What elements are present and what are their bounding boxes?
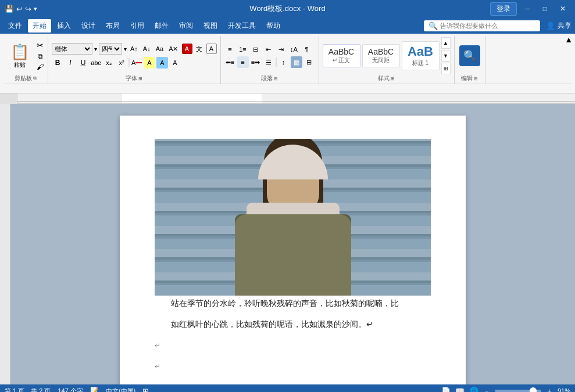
- view-web-icon[interactable]: 🌐: [469, 387, 478, 393]
- zoom-slider[interactable]: [495, 390, 541, 392]
- zoom-level[interactable]: 91%: [558, 387, 570, 392]
- language-indicator[interactable]: 中文(中国): [106, 387, 135, 393]
- search-input[interactable]: [440, 22, 533, 29]
- zoom-in-icon[interactable]: ＋: [546, 386, 553, 393]
- increase-font-button[interactable]: A↑: [128, 44, 140, 54]
- view-normal-icon[interactable]: 📄: [441, 387, 451, 393]
- editing-expand-icon[interactable]: ⊞: [474, 76, 478, 81]
- clear-format-button[interactable]: A✕: [167, 44, 180, 54]
- menu-insert[interactable]: 插入: [52, 19, 76, 33]
- proofread-icon[interactable]: 📝: [90, 387, 99, 392]
- font-more-button[interactable]: A: [169, 57, 181, 69]
- style-heading1-button[interactable]: AaB 标题 1: [402, 41, 440, 70]
- document-scroll-area[interactable]: Diivoo: [10, 104, 575, 384]
- increase-indent-button[interactable]: ⇥: [276, 44, 287, 55]
- format-more-button[interactable]: A: [182, 44, 192, 54]
- copy-button[interactable]: ⧉: [35, 52, 45, 61]
- vertical-ruler: [0, 104, 10, 384]
- border-char-button[interactable]: A: [206, 44, 217, 54]
- align-center-button[interactable]: ≡: [237, 56, 249, 68]
- para-shading-button[interactable]: ▩: [291, 56, 302, 68]
- borders-button[interactable]: ⊞: [303, 56, 315, 68]
- font-color-button[interactable]: A: [131, 57, 142, 69]
- paste-button[interactable]: 📋 粘贴: [6, 39, 34, 72]
- menu-devtools[interactable]: 开发工具: [223, 19, 260, 33]
- justify-button[interactable]: ☰: [263, 56, 274, 68]
- save-icon[interactable]: 💾: [5, 5, 14, 13]
- pinyin-button[interactable]: 文: [194, 44, 205, 54]
- clipboard-expand-icon[interactable]: ⧉: [33, 75, 37, 81]
- paragraph-section-label[interactable]: 段落 ⊞: [261, 74, 278, 82]
- decrease-indent-button[interactable]: ⇤: [263, 44, 274, 55]
- align-right-button[interactable]: ≡➡: [250, 56, 262, 68]
- window-title: Word模板.docx - Word: [249, 3, 325, 14]
- bullets-button[interactable]: ≡: [224, 44, 236, 55]
- numbering-button[interactable]: 1≡: [237, 44, 249, 55]
- underline-button[interactable]: U: [77, 57, 89, 69]
- bold-button[interactable]: B: [52, 57, 63, 69]
- superscript-button[interactable]: x²: [116, 57, 127, 69]
- clipboard-label[interactable]: 剪贴板 ⧉: [15, 74, 37, 82]
- strikethrough-button[interactable]: abc: [90, 57, 102, 69]
- restore-button[interactable]: □: [538, 3, 552, 14]
- title-right-controls: 登录 ─ □ ✕: [490, 2, 570, 16]
- undo-icon[interactable]: ↩: [16, 5, 23, 13]
- layout-icon[interactable]: ⊞: [142, 387, 149, 393]
- pilcrow-button[interactable]: ¶: [301, 44, 313, 55]
- para-expand-icon[interactable]: ⊞: [274, 76, 278, 81]
- close-button[interactable]: ✕: [555, 3, 570, 14]
- font-family-select[interactable]: 楷体: [52, 43, 92, 55]
- change-case-button[interactable]: Aa: [154, 44, 165, 54]
- font-label-text: 字体: [126, 74, 137, 82]
- font-size-expand[interactable]: ▾: [124, 46, 127, 52]
- menu-view[interactable]: 视图: [199, 19, 222, 33]
- menu-home[interactable]: 开始: [28, 19, 51, 33]
- quick-access-icon[interactable]: ▾: [34, 5, 37, 13]
- style-heading1-preview: AaB: [408, 44, 433, 59]
- menu-review[interactable]: 审阅: [174, 19, 198, 33]
- login-button[interactable]: 登录: [490, 2, 517, 16]
- subscript-button[interactable]: x₂: [103, 57, 115, 69]
- styles-scroll-up[interactable]: ▲: [441, 37, 451, 49]
- shading-button[interactable]: A: [156, 57, 168, 69]
- cut-button[interactable]: ✂: [35, 40, 45, 51]
- menu-help[interactable]: 帮助: [262, 19, 285, 33]
- text-highlight-button[interactable]: A: [144, 57, 155, 69]
- text-enter-1: ↵: [155, 337, 431, 354]
- align-left-button[interactable]: ⬅≡: [224, 56, 236, 68]
- zoom-thumb[interactable]: [530, 387, 537, 392]
- menu-design[interactable]: 设计: [77, 19, 100, 33]
- editing-section-label[interactable]: 编辑 ⊞: [461, 74, 478, 82]
- menu-layout[interactable]: 布局: [101, 19, 124, 33]
- font-family-expand[interactable]: ▾: [94, 46, 97, 52]
- zoom-out-icon[interactable]: －: [483, 386, 490, 393]
- styles-section-label[interactable]: 样式 ⊞: [378, 74, 395, 82]
- document-image[interactable]: [155, 139, 431, 296]
- style-normal-button[interactable]: AaBbC ↵ 正文: [323, 44, 360, 67]
- font-section-label[interactable]: 字体 ⊞: [126, 74, 142, 82]
- view-read-icon[interactable]: 📖: [455, 387, 465, 393]
- styles-expand-icon[interactable]: ⊞: [391, 76, 395, 81]
- menu-mailings[interactable]: 邮件: [150, 19, 173, 33]
- sort-button[interactable]: ↕A: [288, 44, 300, 55]
- menu-file[interactable]: 文件: [3, 19, 27, 33]
- search-ribbon-button[interactable]: 🔍: [459, 45, 480, 66]
- document-text[interactable]: 站在季节的分水岭，聆听晚秋残碎的声音，比如秋菊的呢喃，比 如红枫叶的心跳，比如残…: [155, 296, 431, 375]
- menu-references[interactable]: 引用: [126, 19, 149, 33]
- minimize-button[interactable]: ─: [520, 3, 535, 14]
- styles-more-button[interactable]: ⊞: [441, 63, 451, 74]
- font-size-select[interactable]: 四号: [99, 43, 122, 55]
- font-expand-icon[interactable]: ⊞: [138, 76, 142, 81]
- status-bar: 第 1 页，共 2 页 147 个字 📝 中文(中国) ⊞ 📄 📖 🌐 － ＋ …: [0, 384, 575, 392]
- multilevel-list-button[interactable]: ⊟: [250, 44, 262, 55]
- line-spacing-button[interactable]: ↕: [278, 56, 290, 68]
- decrease-font-button[interactable]: A↓: [141, 44, 152, 54]
- styles-scroll-down[interactable]: ▼: [441, 50, 451, 62]
- redo-icon[interactable]: ↪: [25, 5, 31, 13]
- style-nospace-button[interactable]: AaBbC 无间距: [362, 44, 400, 67]
- format-painter-button[interactable]: 🖌: [35, 62, 45, 71]
- collapse-icon: ▲: [565, 35, 573, 44]
- share-button[interactable]: 👤 共享: [546, 21, 572, 31]
- italic-button[interactable]: I: [65, 57, 76, 69]
- ribbon-collapse-button[interactable]: ▲: [565, 35, 573, 44]
